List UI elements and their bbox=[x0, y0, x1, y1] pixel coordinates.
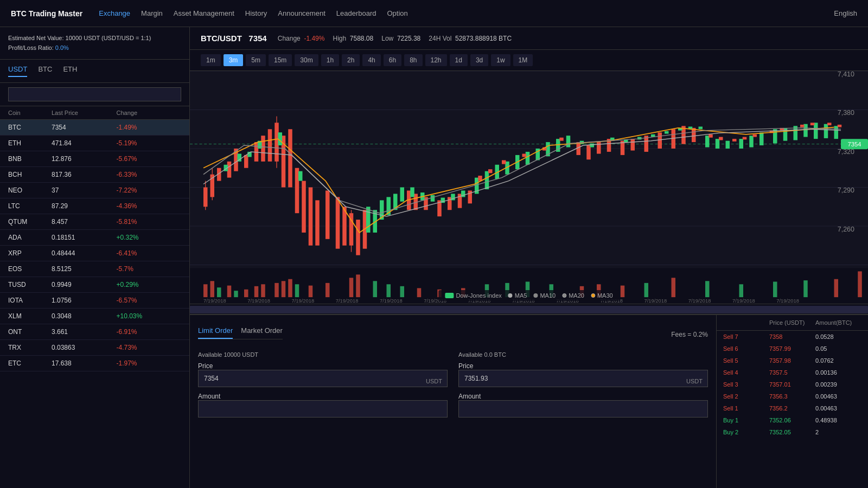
svg-rect-163 bbox=[834, 279, 839, 297]
language-selector[interactable]: English bbox=[834, 9, 857, 17]
tab-btc[interactable]: BTC bbox=[38, 65, 52, 77]
svg-rect-131 bbox=[227, 286, 232, 297]
coin-row[interactable]: XLM 0.3048 +10.03% bbox=[0, 309, 189, 324]
coin-row[interactable]: NEO 37 -7.22% bbox=[0, 183, 189, 198]
svg-rect-25 bbox=[268, 129, 272, 162]
sell-label: Sell 7 bbox=[723, 333, 769, 340]
coin-row[interactable]: TRX 0.03863 -4.73% bbox=[0, 340, 189, 356]
coin-row[interactable]: ONT 3.661 -6.91% bbox=[0, 324, 189, 340]
ob-sell-row[interactable]: Sell 3 7357.01 0.00239 bbox=[717, 378, 868, 390]
sell-amount: 0.00463 bbox=[815, 393, 861, 400]
ob-sell-row[interactable]: Sell 2 7356.3 0.00463 bbox=[717, 390, 868, 402]
svg-rect-60 bbox=[410, 188, 414, 197]
svg-rect-87 bbox=[631, 139, 635, 150]
svg-rect-160 bbox=[739, 284, 744, 297]
time-3d[interactable]: 3d bbox=[470, 54, 488, 66]
coin-price: 87.29 bbox=[52, 202, 117, 210]
time-12h[interactable]: 12h bbox=[425, 54, 447, 66]
time-1h[interactable]: 1h bbox=[321, 54, 339, 66]
coin-row[interactable]: BTC 7354 -1.49% bbox=[0, 120, 189, 136]
time-1w[interactable]: 1w bbox=[491, 54, 510, 66]
time-1M[interactable]: 1M bbox=[513, 54, 533, 66]
time-6h[interactable]: 6h bbox=[384, 54, 401, 66]
tab-eth[interactable]: ETH bbox=[63, 65, 77, 77]
sell-price-input[interactable] bbox=[458, 370, 708, 387]
ma-dji: Dow-Jones index bbox=[445, 292, 501, 299]
nav-asset[interactable]: Asset Management bbox=[174, 9, 234, 17]
coin-name: ETC bbox=[8, 359, 52, 367]
tab-market-order[interactable]: Market Order bbox=[241, 323, 283, 339]
time-1d[interactable]: 1d bbox=[450, 54, 468, 66]
high-stat: High 7588.08 bbox=[333, 35, 373, 42]
svg-rect-108 bbox=[760, 132, 764, 145]
coin-row[interactable]: EOS 8.5125 -5.7% bbox=[0, 261, 189, 277]
svg-rect-139 bbox=[295, 284, 299, 297]
time-5m[interactable]: 5m bbox=[246, 54, 266, 66]
coin-row[interactable]: BNB 12.876 -5.67% bbox=[0, 151, 189, 167]
sell-amount-input[interactable] bbox=[458, 400, 708, 418]
svg-rect-157 bbox=[644, 283, 649, 297]
nav-history[interactable]: History bbox=[245, 9, 267, 17]
sell-price: 7357.01 bbox=[769, 381, 815, 388]
time-15m[interactable]: 15m bbox=[269, 54, 292, 66]
nav-option[interactable]: Option bbox=[387, 9, 407, 17]
svg-rect-33 bbox=[288, 129, 292, 187]
coin-row[interactable]: LTC 87.29 -4.36% bbox=[0, 198, 189, 214]
nav-margin[interactable]: Margin bbox=[141, 9, 163, 17]
time-8h[interactable]: 8h bbox=[404, 54, 422, 66]
coin-change: -5.81% bbox=[117, 218, 182, 226]
svg-rect-67 bbox=[485, 171, 489, 189]
buy-price-label: Price bbox=[198, 362, 213, 370]
chart-scrollbar[interactable] bbox=[190, 304, 868, 314]
ob-col-amount: Amount(BTC) bbox=[815, 319, 861, 326]
ob-sell-row[interactable]: Sell 1 7356.2 0.00463 bbox=[717, 402, 868, 414]
svg-rect-75 bbox=[566, 136, 571, 147]
nav-announcement[interactable]: Announcement bbox=[278, 9, 325, 17]
coin-price: 1.0756 bbox=[52, 297, 117, 304]
ma5-dot bbox=[508, 293, 513, 298]
search-bar bbox=[0, 83, 189, 106]
ob-sell-row[interactable]: Sell 7 7358 0.0528 bbox=[717, 331, 868, 343]
svg-rect-123 bbox=[800, 125, 805, 127]
time-4h[interactable]: 4h bbox=[362, 54, 380, 66]
svg-rect-38 bbox=[326, 190, 330, 239]
coin-change: -1.97% bbox=[117, 359, 182, 367]
ob-sell-row[interactable]: Sell 5 7357.98 0.0762 bbox=[717, 355, 868, 367]
coin-name: BCH bbox=[8, 171, 52, 178]
coin-price: 8.5125 bbox=[52, 265, 117, 273]
sell-label: Sell 2 bbox=[723, 393, 769, 400]
tab-limit-order[interactable]: Limit Order bbox=[198, 323, 233, 339]
svg-rect-141 bbox=[326, 283, 330, 297]
order-columns: Available 10000 USDT Price USDT Amount bbox=[198, 351, 708, 423]
ob-buy-row[interactable]: Buy 1 7352.06 0.48938 bbox=[717, 414, 868, 426]
coin-row[interactable]: BCH 817.36 -6.33% bbox=[0, 167, 189, 183]
ob-sell-row[interactable]: Sell 6 7357.99 0.05 bbox=[717, 343, 868, 355]
ob-sell-row[interactable]: Sell 4 7357.5 0.00136 bbox=[717, 367, 868, 378]
coin-row[interactable]: ETC 17.638 -1.97% bbox=[0, 356, 189, 371]
coin-row[interactable]: TUSD 0.9949 +0.29% bbox=[0, 277, 189, 293]
time-2h[interactable]: 2h bbox=[342, 54, 360, 66]
search-input[interactable] bbox=[8, 87, 181, 101]
tab-usdt[interactable]: USDT bbox=[8, 65, 27, 77]
time-30m[interactable]: 30m bbox=[295, 54, 318, 66]
time-1m[interactable]: 1m bbox=[201, 54, 221, 66]
nav-exchange[interactable]: Exchange bbox=[99, 9, 130, 17]
buy-amount-input[interactable] bbox=[198, 400, 448, 418]
coin-row[interactable]: ADA 0.18151 +0.32% bbox=[0, 230, 189, 246]
sell-column: Available 0.0 BTC Price USDT Amount bbox=[458, 351, 708, 423]
coin-row[interactable]: IOTA 1.0756 -6.57% bbox=[0, 293, 189, 309]
svg-rect-45 bbox=[356, 220, 360, 255]
coin-row[interactable]: ETH 471.84 -5.19% bbox=[0, 136, 189, 151]
coin-change: -5.19% bbox=[117, 139, 182, 147]
buy-price-input[interactable] bbox=[198, 370, 448, 387]
coin-price: 817.36 bbox=[52, 171, 117, 178]
chart-header: BTC/USDT 7354 Change -1.49% High 7588.08… bbox=[190, 27, 868, 50]
svg-rect-99 bbox=[665, 131, 669, 134]
nav-leaderboard[interactable]: Leaderboard bbox=[336, 9, 376, 17]
time-3m[interactable]: 3m bbox=[224, 54, 244, 66]
coin-row[interactable]: QTUM 8.457 -5.81% bbox=[0, 214, 189, 230]
svg-rect-164 bbox=[858, 271, 862, 297]
coin-row[interactable]: XRP 0.48444 -6.41% bbox=[0, 246, 189, 261]
ob-buy-row[interactable]: Buy 2 7352.05 2 bbox=[717, 426, 868, 438]
sell-amount: 0.0762 bbox=[815, 357, 861, 364]
